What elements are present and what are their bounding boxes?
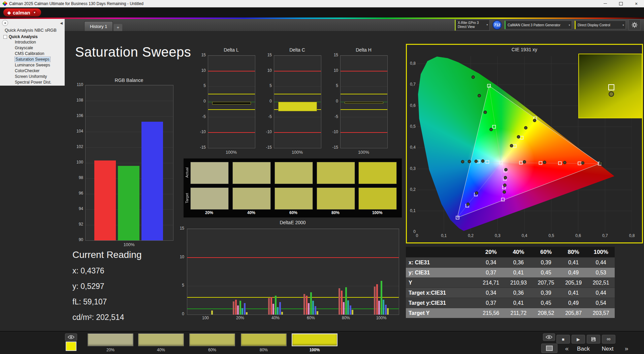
tree-root[interactable]: Quick Analysis	[0, 34, 65, 39]
meter-name: X-Rite i1Pro 3	[458, 21, 485, 25]
reference-line	[341, 71, 387, 71]
table-cell: 0,39	[532, 258, 560, 267]
sidebar-item-screen-uniformity[interactable]: Screen Uniformity	[0, 74, 65, 80]
gridline	[208, 117, 255, 117]
reference-line	[341, 94, 387, 94]
sweep-line	[501, 163, 503, 200]
tab-history-1[interactable]: History 1	[84, 21, 113, 31]
calman-logo-button[interactable]: ◈ calman ▼	[3, 8, 41, 17]
pattern-generator-dropdown[interactable]: CalMAN Client 3 Pattern Generator ▼	[505, 21, 572, 29]
table-cell: 203,57	[587, 308, 615, 318]
tree-expander-icon[interactable]	[3, 35, 7, 39]
row-label: Target x:CIE31	[406, 288, 477, 298]
preview-toggle-button[interactable]	[65, 333, 77, 341]
sidebar-collapse-button[interactable]: ◀	[60, 21, 63, 25]
x-tick-label: 80%	[336, 316, 356, 320]
target-square	[520, 136, 523, 139]
deltae-bar	[303, 294, 305, 315]
deltae-bar	[279, 302, 281, 315]
table-cell: 0,41	[560, 258, 587, 267]
table-cell: 0,39	[532, 288, 560, 298]
saturation-level-button-20[interactable]: 20%	[88, 333, 133, 353]
minimize-button[interactable]	[598, 0, 613, 7]
y-tick-label: -10	[328, 129, 338, 134]
saturation-level-button-100[interactable]: 100%	[292, 333, 337, 353]
deltae-group	[303, 229, 319, 315]
deltae-bar	[345, 287, 347, 315]
deltae-bar	[381, 281, 382, 315]
y-tick-label: 0,1	[408, 208, 416, 213]
x-tick-label: 40%	[265, 316, 286, 320]
reading-line: x: 0,4376	[72, 266, 173, 275]
meter-dropdown[interactable]: X-Rite i1Pro 3 Direct View ▼	[455, 20, 490, 31]
table-cell: 0,41	[505, 268, 533, 277]
sidebar-item-luminance-sweeps[interactable]: Luminance Sweeps	[0, 62, 65, 68]
calman-diamond-icon: ◈	[7, 10, 11, 15]
display-control-dropdown[interactable]: Direct Display Control ▼	[575, 21, 626, 29]
sidebar-item-spectral-power-dist[interactable]: Spectral Power Dist.	[0, 80, 65, 85]
sidebar-item-introduction[interactable]: Introduction	[0, 39, 65, 45]
y-tick-label: 0	[196, 99, 206, 104]
measured-circle	[478, 94, 481, 97]
play-button[interactable]: ▶	[572, 335, 585, 344]
stop-button[interactable]: ■	[556, 335, 570, 344]
row-label: x: CIE31	[406, 258, 477, 267]
gridline	[208, 148, 255, 148]
settings-button[interactable]	[629, 20, 641, 30]
pattern-bar: 20%40%60%80%100% ■ ▶ ∞ « Back Next »	[0, 331, 644, 354]
sidebar-item-grayscale[interactable]: Grayscale	[0, 45, 65, 51]
link-button[interactable]: ∞	[602, 335, 615, 344]
measured-circle	[472, 76, 474, 79]
preview-toggle-button-right[interactable]	[543, 333, 555, 341]
table-cell: 0,44	[587, 258, 615, 267]
meter-status-badge[interactable]: 712	[492, 20, 502, 30]
add-tab-button[interactable]: +	[114, 24, 122, 31]
chevrons-right-button[interactable]: »	[621, 344, 632, 353]
maximize-button[interactable]	[613, 0, 629, 7]
measured-circle	[490, 128, 492, 131]
save-button[interactable]	[587, 335, 600, 344]
y-tick-label: 5	[172, 283, 184, 288]
reading-line: y: 0,5297	[72, 282, 173, 291]
sidebar-header: ◀	[0, 19, 65, 27]
workflow-menu-button[interactable]	[2, 20, 8, 26]
sidebar-item-colorchecker[interactable]: ColorChecker	[0, 68, 65, 74]
delta-c-chart: Delta C 100% 151050-5-10-15	[262, 47, 324, 158]
deltae-plot	[187, 229, 399, 315]
saturation-level-button-80[interactable]: 80%	[241, 333, 287, 353]
pattern-window-button[interactable]	[541, 344, 557, 353]
y-tick-label: 104	[72, 129, 83, 134]
back-button[interactable]: Back	[573, 345, 594, 353]
y-tick-label: -15	[262, 145, 272, 150]
saturation-level-button-40[interactable]: 40%	[138, 333, 184, 353]
table-cell: 0,49	[560, 298, 587, 308]
current-pattern-swatch[interactable]	[66, 342, 76, 351]
level-label: 20%	[88, 348, 133, 352]
table-header-cell: 100%	[587, 247, 615, 257]
x-tick-label: 0,2	[464, 233, 478, 238]
chevrons-left-button[interactable]: «	[562, 344, 572, 353]
sidebar-item-saturation-sweeps[interactable]: Saturation Sweeps	[0, 57, 65, 62]
actual-swatch-80	[317, 162, 355, 184]
sidebar-item-cms-calibration[interactable]: CMS Calibration	[0, 51, 65, 57]
row-label: Target Y	[406, 308, 477, 318]
deltae-bar	[315, 306, 316, 315]
table-row: Y214,71210,93207,75205,19202,51	[406, 278, 615, 288]
close-button[interactable]: ×	[629, 0, 644, 7]
table-row: y: CIE310,370,410,450,490,53	[406, 268, 615, 278]
delta-c-bar	[278, 102, 317, 111]
y-tick-label: 15	[262, 53, 272, 57]
measured-circle	[510, 144, 513, 147]
next-button[interactable]: Next	[597, 345, 618, 353]
cie-inset-markers	[579, 54, 642, 117]
measured-circle	[517, 136, 520, 138]
y-tick-label: 0,7	[408, 82, 416, 87]
delta-h-chart: Delta H 100% 151050-5-10-15	[328, 47, 390, 158]
x-tick-label: 100%	[371, 316, 391, 320]
x-tick-label: 0,8	[625, 233, 639, 238]
actual-swatch-60	[275, 162, 313, 184]
gridline	[274, 86, 321, 87]
x-tick-label: 0,3	[491, 233, 504, 238]
saturation-level-button-60[interactable]: 60%	[189, 333, 235, 353]
y-tick-label: 92	[72, 222, 83, 227]
